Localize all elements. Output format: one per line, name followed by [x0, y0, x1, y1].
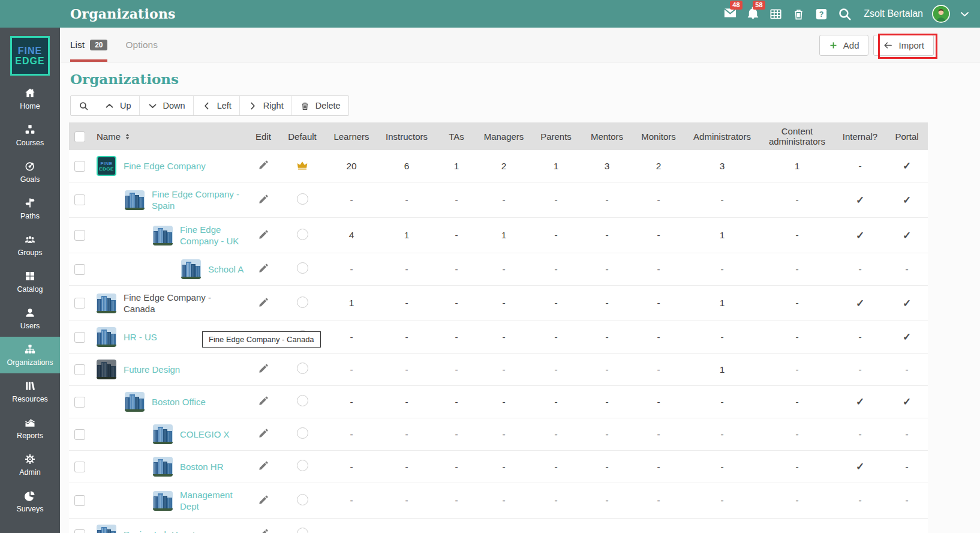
sidebar-item-groups[interactable]: Groups: [0, 227, 60, 263]
row-checkbox[interactable]: [74, 194, 85, 205]
add-button[interactable]: Add: [819, 35, 869, 56]
default-radio[interactable]: [297, 395, 308, 406]
cell-content-administrators: -: [760, 519, 834, 533]
sidebar-item-users[interactable]: Users: [0, 300, 60, 337]
org-link[interactable]: School A: [208, 263, 244, 275]
toolbar-delete-button[interactable]: Delete: [291, 96, 348, 115]
cell-value: -: [795, 230, 798, 240]
page-title: Organizations: [70, 6, 176, 22]
org-link[interactable]: Management Dept: [180, 489, 248, 512]
select-all-checkbox[interactable]: [74, 131, 85, 142]
row-checkbox[interactable]: [74, 462, 85, 472]
row-checkbox[interactable]: [74, 264, 85, 275]
logo-text-top: FINE: [18, 46, 42, 56]
edit-pencil-icon[interactable]: [258, 193, 269, 205]
org-link[interactable]: Design Lab Houston: [124, 529, 205, 533]
org-link[interactable]: Fine Edge Company - Spain: [152, 188, 248, 211]
cell-value: -: [858, 332, 861, 342]
tab-list[interactable]: List 20: [70, 28, 107, 62]
row-checkbox[interactable]: [74, 161, 85, 172]
default-radio[interactable]: [297, 262, 308, 274]
default-radio[interactable]: [297, 229, 308, 240]
org-link[interactable]: Fine Edge Company: [124, 160, 206, 172]
row-checkbox[interactable]: [74, 230, 85, 241]
edit-pencil-icon[interactable]: [258, 427, 269, 439]
sort-icon[interactable]: [123, 132, 132, 141]
row-checkbox[interactable]: [74, 429, 85, 440]
default-radio[interactable]: [297, 494, 308, 505]
cell-value: -: [405, 364, 408, 375]
toolbar-right-button[interactable]: Right: [239, 96, 291, 115]
row-checkbox[interactable]: [74, 298, 85, 309]
org-link[interactable]: COLEGIO X: [180, 429, 230, 440]
cell-name: Design Lab Houston: [91, 519, 248, 533]
sidebar-item-paths[interactable]: Paths: [0, 190, 60, 227]
row-checkbox[interactable]: [74, 364, 85, 375]
cell-edit: [248, 253, 279, 286]
default-radio[interactable]: [297, 528, 308, 533]
tab-options[interactable]: Options: [125, 28, 157, 62]
toolbar-left-button[interactable]: Left: [193, 96, 239, 115]
import-button[interactable]: Import: [873, 35, 934, 56]
sidebar-item-surveys[interactable]: Surveys: [0, 483, 60, 520]
edit-pencil-icon[interactable]: [258, 363, 269, 374]
org-link[interactable]: HR - US: [124, 331, 157, 343]
cell-default: [279, 418, 326, 451]
trash-button[interactable]: [792, 7, 805, 21]
messages-badge: 48: [730, 1, 742, 10]
cell-mentors: -: [581, 451, 633, 483]
row-checkbox[interactable]: [74, 529, 85, 533]
sidebar-item-organizations[interactable]: Organizations: [0, 337, 60, 373]
default-radio[interactable]: [297, 460, 308, 471]
org-link[interactable]: Fine Edge Company - UK: [180, 224, 248, 247]
cell-value: -: [554, 298, 557, 308]
sidebar-item-admin[interactable]: Admin: [0, 447, 60, 483]
sidebar-item-resources[interactable]: Resources: [0, 373, 60, 410]
default-radio[interactable]: [297, 363, 308, 374]
help-button[interactable]: ?: [814, 7, 828, 21]
org-link[interactable]: Fine Edge Company - Canada: [124, 292, 235, 315]
attendance-grid-button[interactable]: [769, 7, 783, 21]
edit-pencil-icon[interactable]: [258, 460, 269, 471]
edit-pencil-icon[interactable]: [258, 494, 269, 505]
sidebar-item-courses[interactable]: Courses: [0, 117, 60, 154]
notifications-button[interactable]: 58: [746, 6, 760, 22]
arrow-left-icon: [883, 40, 893, 50]
sidebar-item-goals[interactable]: Goals: [0, 154, 60, 190]
sidebar-item-home[interactable]: Home: [0, 80, 60, 117]
row-checkbox[interactable]: [74, 495, 85, 506]
cell-value: -: [605, 194, 608, 205]
org-link[interactable]: Boston Office: [152, 396, 206, 408]
sidebar-item-catalog[interactable]: Catalog: [0, 263, 60, 300]
org-link[interactable]: Boston HR: [180, 461, 224, 472]
cell-mentors: -: [581, 286, 633, 321]
sidebar-item-reports[interactable]: Reports: [0, 410, 60, 447]
chevron-down-icon[interactable]: [959, 8, 970, 20]
building-thumbnail: [97, 294, 116, 313]
edit-pencil-icon[interactable]: [258, 297, 269, 308]
app-logo[interactable]: FINE EDGE: [10, 36, 50, 76]
edit-pencil-icon[interactable]: [258, 395, 269, 406]
default-radio[interactable]: [297, 427, 308, 439]
edit-pencil-icon[interactable]: [258, 262, 269, 274]
messages-button[interactable]: 48: [723, 6, 737, 22]
row-checkbox[interactable]: [74, 397, 85, 408]
search-button[interactable]: [837, 7, 852, 22]
edit-pencil-icon[interactable]: [258, 528, 269, 533]
column-header-parents: Parents: [531, 122, 581, 150]
edit-pencil-icon[interactable]: [258, 159, 269, 170]
cell-value: -: [657, 230, 660, 240]
default-radio[interactable]: [297, 297, 308, 308]
cell-instructors: -: [377, 451, 436, 483]
default-radio[interactable]: [297, 193, 308, 205]
row-checkbox[interactable]: [74, 332, 85, 343]
toolbar-up-button[interactable]: Up: [97, 96, 139, 115]
avatar[interactable]: [932, 5, 950, 23]
user-name[interactable]: Zsolt Bertalan: [864, 8, 923, 19]
toolbar-down-button[interactable]: Down: [139, 96, 193, 115]
chevron-right-icon: [248, 101, 258, 111]
cell-monitors: -: [633, 182, 684, 218]
edit-pencil-icon[interactable]: [258, 229, 269, 240]
toolbar-search-button[interactable]: [71, 96, 97, 115]
org-link[interactable]: Future Design: [124, 364, 180, 375]
